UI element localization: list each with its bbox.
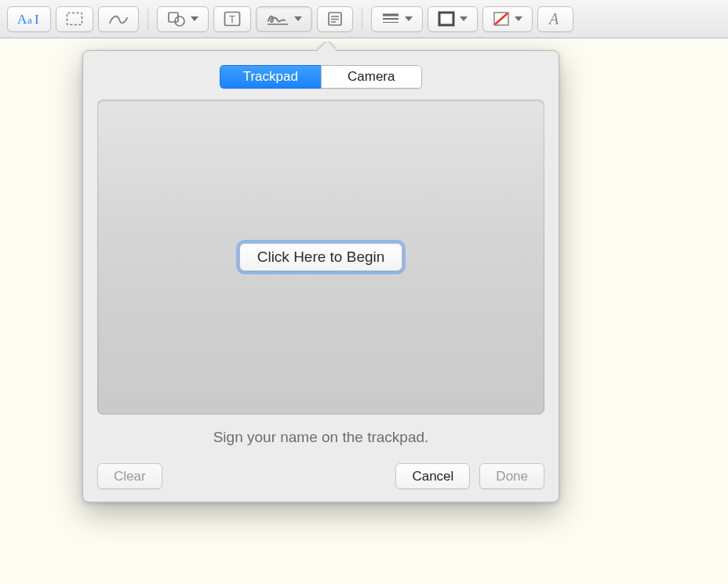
markup-toolbar: A a I T — [0, 0, 728, 38]
fill-color-icon — [493, 11, 510, 27]
chevron-down-icon — [294, 16, 302, 21]
note-button[interactable] — [317, 6, 353, 32]
chevron-down-icon — [515, 16, 522, 21]
popover-arrow — [317, 42, 336, 51]
instruction-text: Sign your name on the trackpad. — [97, 429, 544, 446]
signature-popover: Trackpad Camera Click Here to Begin Sign… — [82, 50, 559, 502]
chevron-down-icon — [460, 16, 468, 21]
done-button[interactable]: Done — [479, 463, 544, 489]
chevron-down-icon — [191, 16, 198, 21]
chevron-down-icon — [405, 16, 413, 21]
signature-button[interactable] — [256, 6, 312, 32]
font-style-button[interactable]: A — [537, 6, 573, 32]
font-style-icon: A — [548, 11, 563, 27]
text-style-button[interactable]: A a I — [7, 6, 51, 32]
svg-text:I: I — [35, 12, 39, 27]
toolbar-separator — [147, 9, 148, 30]
line-style-button[interactable] — [371, 6, 423, 32]
svg-text:a: a — [27, 14, 32, 26]
document-area: Trackpad Camera Click Here to Begin Sign… — [0, 38, 728, 583]
svg-text:A: A — [17, 12, 27, 27]
clear-button[interactable]: Clear — [97, 463, 162, 489]
note-icon — [327, 11, 343, 27]
selection-rect-icon — [66, 12, 83, 26]
begin-button[interactable]: Click Here to Begin — [239, 243, 403, 271]
signature-icon — [266, 11, 289, 27]
svg-rect-17 — [442, 16, 450, 22]
text-style-icon: A a I — [17, 11, 41, 27]
tab-trackpad[interactable]: Trackpad — [220, 65, 321, 89]
draw-button[interactable] — [98, 6, 139, 32]
tab-camera[interactable]: Camera — [321, 65, 423, 89]
shapes-icon — [167, 11, 186, 27]
cancel-button[interactable]: Cancel — [395, 463, 470, 489]
stroke-color-button[interactable] — [428, 6, 478, 32]
toolbar-separator — [362, 9, 362, 30]
shapes-button[interactable] — [157, 6, 209, 32]
signature-pad[interactable]: Click Here to Begin — [97, 100, 544, 415]
stroke-color-icon — [438, 11, 455, 27]
svg-rect-3 — [67, 13, 82, 25]
freehand-draw-icon — [108, 12, 129, 26]
svg-text:T: T — [229, 13, 235, 25]
selection-button[interactable] — [56, 6, 93, 32]
svg-point-5 — [175, 16, 184, 26]
svg-text:A: A — [548, 11, 559, 27]
text-box-icon: T — [224, 11, 241, 27]
fill-color-button[interactable] — [482, 6, 533, 32]
line-style-icon — [381, 13, 400, 25]
text-box-button[interactable]: T — [213, 6, 251, 32]
signature-source-tabs: Trackpad Camera — [220, 65, 422, 89]
popover-button-row: Clear Cancel Done — [97, 463, 544, 489]
